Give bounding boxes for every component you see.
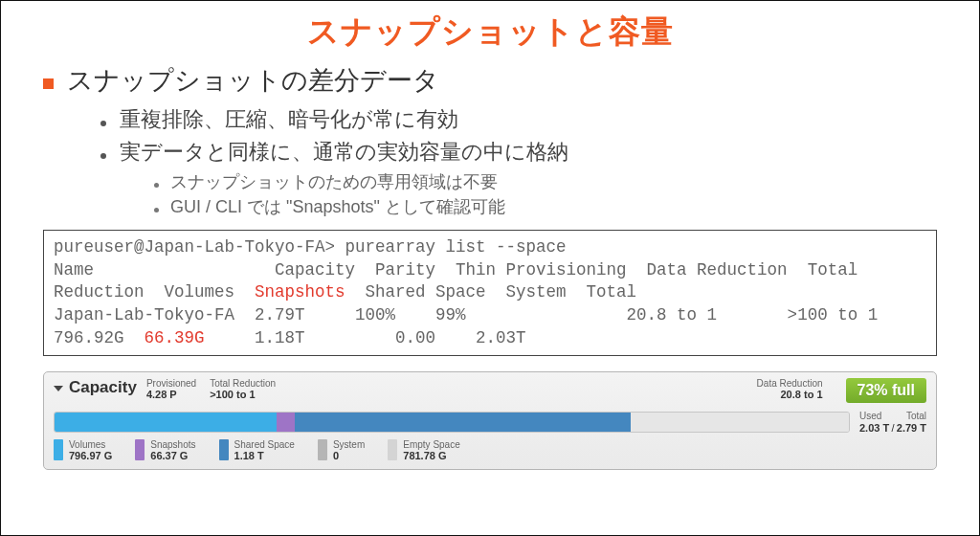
- used-total-box: Used Total 2.03 T / 2.79 T: [859, 411, 926, 434]
- legend-system-value: 0: [333, 450, 365, 461]
- total-label: Total: [906, 411, 926, 422]
- legend-system: System 0: [318, 439, 365, 461]
- bar-segment-shared: [295, 413, 631, 432]
- legend-volumes-label: Volumes: [69, 439, 105, 450]
- provisioned-kv: Provisioned 4.28 P: [146, 378, 196, 400]
- bullet-level2: 実データと同様に、通常の実効容量の中に格納: [100, 138, 937, 167]
- dot-bullet-icon: [100, 153, 106, 159]
- cli-row-1: Japan-Lab-Tokyo-FA 2.79T 100% 99% 20.8 t…: [54, 305, 878, 324]
- legend-shared-label: Shared Space: [234, 439, 295, 450]
- legend-shared: Shared Space 1.18 T: [219, 439, 295, 461]
- capacity-legend: Volumes 796.97 G Snapshots 66.37 G Share…: [54, 439, 926, 461]
- cli-header-snapshots: Snapshots: [255, 282, 345, 302]
- capacity-bar: [54, 412, 850, 433]
- bullet-level2-text: 重複排除、圧縮、暗号化が常に有効: [120, 105, 458, 134]
- provisioned-value: 4.28 P: [146, 389, 196, 400]
- bullet-level3: スナップショットのための専用領域は不要: [154, 170, 937, 193]
- cli-row-2b: 1.18T 0.00 2.03T: [205, 328, 526, 347]
- cli-row-snapshot-value: 66.39G: [145, 328, 205, 347]
- cli-header-2a: Reduction Volumes: [54, 282, 255, 302]
- full-percent-badge: 73% full: [846, 378, 926, 403]
- swatch-icon: [135, 439, 145, 460]
- legend-volumes-value: 796.97 G: [69, 450, 112, 461]
- cli-header-2b: Shared Space System Total: [345, 282, 637, 302]
- slide: スナップショットと容量 スナップショットの差分データ 重複排除、圧縮、暗号化が常…: [0, 0, 980, 536]
- bullet-level2: 重複排除、圧縮、暗号化が常に有効: [100, 105, 937, 134]
- bar-segment-snapshots: [277, 413, 295, 432]
- used-value: 2.03 T: [859, 422, 889, 435]
- bullet-level1-text: スナップショットの差分データ: [67, 63, 439, 98]
- legend-system-label: System: [333, 439, 365, 450]
- swatch-icon: [388, 439, 397, 460]
- bullet-level2-text: 実データと同様に、通常の実効容量の中に格納: [120, 138, 568, 167]
- legend-empty-value: 781.78 G: [403, 450, 459, 461]
- legend-empty-label: Empty Space: [403, 439, 459, 450]
- data-reduction-value: 20.8 to 1: [757, 389, 823, 400]
- dot-bullet-icon: [154, 208, 159, 212]
- cli-prompt-line: pureuser@Japan-Lab-Tokyo-FA> purearray l…: [54, 237, 567, 257]
- legend-shared-value: 1.18 T: [234, 450, 295, 461]
- total-reduction-label: Total Reduction: [210, 378, 276, 389]
- cli-header-1: Name Capacity Parity Thin Provisioning D…: [54, 260, 858, 279]
- bullet-level3: GUI / CLI では "Snapshots" として確認可能: [154, 195, 937, 218]
- legend-snapshots-value: 66.37 G: [150, 450, 195, 461]
- bullet-level3-text: GUI / CLI では "Snapshots" として確認可能: [170, 195, 505, 218]
- chevron-down-icon[interactable]: [54, 386, 63, 391]
- capacity-bar-row: Used Total 2.03 T / 2.79 T: [54, 411, 926, 434]
- legend-volumes: Volumes 796.97 G: [54, 439, 112, 461]
- bullet-level3-text: スナップショットのための専用領域は不要: [170, 170, 498, 193]
- legend-snapshots: Snapshots 66.37 G: [135, 439, 195, 461]
- capacity-title: Capacity: [69, 378, 137, 397]
- total-reduction-kv: Total Reduction >100 to 1: [210, 378, 276, 400]
- swatch-icon: [54, 439, 63, 460]
- dot-bullet-icon: [154, 183, 159, 188]
- swatch-icon: [219, 439, 229, 460]
- swatch-icon: [318, 439, 327, 460]
- total-value: 2.79 T: [897, 422, 926, 435]
- provisioned-label: Provisioned: [146, 378, 196, 389]
- capacity-widget: Capacity Provisioned 4.28 P Total Reduct…: [43, 371, 937, 470]
- bar-segment-empty: [631, 413, 849, 432]
- capacity-right-stats: Data Reduction 20.8 to 1 73% full: [757, 378, 926, 403]
- data-reduction-label: Data Reduction: [757, 378, 823, 389]
- total-reduction-value: >100 to 1: [210, 389, 276, 400]
- capacity-header: Capacity Provisioned 4.28 P Total Reduct…: [54, 378, 926, 403]
- bullet-level1: スナップショットの差分データ: [43, 63, 937, 98]
- cli-row-2a: 796.92G: [54, 328, 145, 347]
- slide-title: スナップショットと容量: [43, 11, 937, 54]
- dot-bullet-icon: [100, 121, 106, 126]
- data-reduction-kv: Data Reduction 20.8 to 1: [757, 378, 823, 400]
- legend-empty: Empty Space 781.78 G: [388, 439, 459, 461]
- square-bullet-icon: [43, 78, 54, 89]
- legend-snapshots-label: Snapshots: [150, 439, 195, 450]
- bar-segment-volumes: [55, 413, 277, 432]
- cli-output: pureuser@Japan-Lab-Tokyo-FA> purearray l…: [43, 230, 937, 356]
- used-label: Used: [859, 411, 881, 422]
